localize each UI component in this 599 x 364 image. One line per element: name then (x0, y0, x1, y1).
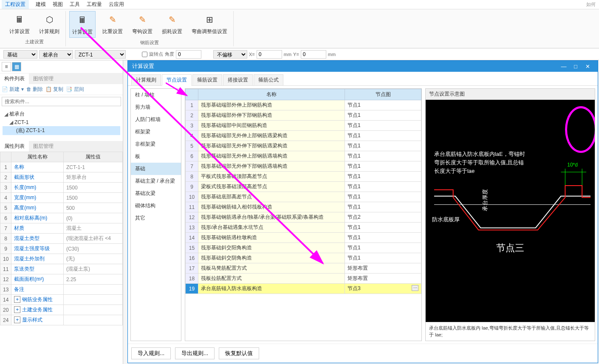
category-item[interactable]: 板 (131, 150, 181, 163)
property-row[interactable]: 2截面形状矩形承台 (0, 172, 123, 183)
grid-row[interactable]: 8平板式筏形基础顶部高差节点节点1 (186, 172, 421, 182)
grid-row[interactable]: 5筏形基础端部无外伸下部钢筋遇梁构造节点1 (186, 141, 421, 151)
loss-settings[interactable]: ✎ 损耗设置 (159, 11, 185, 38)
tab-splice-settings[interactable]: 搭接设置 (223, 74, 253, 85)
category-item[interactable]: 基础 (131, 163, 181, 175)
weight-settings[interactable]: ✎ 比重设置 (100, 11, 125, 38)
maximize-icon[interactable]: □ (570, 63, 582, 70)
grid-row[interactable]: 17筏板马凳筋配置方式矩形布置 (186, 263, 421, 274)
menu-cloud[interactable]: 云应用 (109, 1, 124, 8)
grid-row[interactable]: 3筏形基础端部中间层钢筋构造节点1 (186, 121, 421, 131)
grid-row[interactable]: 16筏形基础斜交阴角构造节点1 (186, 253, 421, 263)
tab-drawing-mgmt[interactable]: 图纸管理 (29, 73, 58, 84)
tab-component-list[interactable]: 构件列表 (0, 73, 29, 84)
rotate-checkbox[interactable] (142, 50, 147, 59)
property-row[interactable]: 4宽度(mm)1500 (0, 193, 123, 203)
btn-inter[interactable]: 📑 层间 (66, 86, 84, 93)
property-row[interactable]: 10混凝土外加剂(无) (0, 254, 123, 264)
grid-row[interactable]: 11筏形基础钢筋锚入相邻筏板构造节点1 (186, 202, 421, 212)
category-item[interactable]: 基础次梁 (131, 187, 181, 200)
property-row[interactable]: 11泵送类型(混凝土泵) (0, 264, 123, 274)
grid-row[interactable]: 4筏形基础端部无外伸上部钢筋遇梁构造节点1 (186, 131, 421, 141)
grid-row[interactable]: 6筏形基础端部无外伸上部钢筋遇墙构造节点1 (186, 151, 421, 161)
tree-row-selected[interactable]: (底) ZCT-1-1 (3, 126, 120, 135)
subtype-select[interactable]: 桩承台 (39, 50, 73, 59)
category-item[interactable]: 其它 (131, 212, 181, 224)
reset-defaults-button[interactable]: 恢复默认值 (219, 347, 259, 359)
category-item[interactable]: 剪力墙 (131, 101, 181, 113)
grid-row[interactable]: 13筏形/承台基础遇集水坑节点节点1 (186, 223, 421, 233)
grid-row[interactable]: 7筏形基础端部无外伸下部钢筋遇墙构造节点1 (186, 161, 421, 172)
tab-props[interactable]: 属性列表 (0, 141, 29, 152)
property-row[interactable]: 8混凝土类型(现浇混凝土碎石 <4 (0, 234, 123, 244)
tab-layers[interactable]: 图层管理 (29, 141, 58, 152)
category-item[interactable]: 基础主梁 / 承台梁 (131, 175, 181, 187)
property-row[interactable]: 12截面面积(m²)2.25 (0, 274, 123, 285)
menu-tools[interactable]: 工具 (70, 1, 80, 8)
menu-view[interactable]: 视图 (53, 1, 63, 8)
angle-input[interactable] (176, 50, 201, 59)
grid-row[interactable]: 12筏形基础钢筋遇承台/独基/承台梁/基础联系梁/条基构造节点2 (186, 212, 421, 223)
weight-icon: ✎ (106, 13, 119, 26)
hook-settings[interactable]: ✎ 弯钩设置 (130, 11, 155, 38)
category-item[interactable]: 非框架梁 (131, 138, 181, 150)
property-row[interactable]: 3长度(mm)1500 (0, 183, 123, 193)
rebar-calc-settings[interactable]: 🖩 计算设置 (69, 11, 96, 38)
cell-edit-button[interactable]: ⋯ (412, 285, 418, 291)
property-row[interactable]: 6相对底标高(m)(0) (0, 213, 123, 223)
tab-stirrup-settings[interactable]: 箍筋设置 (192, 74, 222, 85)
property-row[interactable]: 1名称ZCT-1-1 (0, 162, 123, 172)
bend-settings[interactable]: ⊞ 弯曲调整值设置 (189, 11, 230, 38)
close-icon[interactable]: ✕ (582, 63, 593, 70)
property-row[interactable]: 20+土建业务属性 (0, 305, 123, 315)
tree-row[interactable]: ◢ZCT-1 (3, 119, 120, 126)
property-row[interactable]: 9混凝土强度等级(C30) (0, 244, 123, 254)
btn-copy[interactable]: 📋 复制 (45, 86, 63, 93)
btn-new[interactable]: 📄 新建 ▾ (2, 86, 24, 93)
import-rules-button[interactable]: 导入规则... (131, 347, 171, 359)
preview-diagram: 承台底筋锚入防水底板内laE，弯锚时 弯折长度大于等于取所输入值,且总锚 长度大… (426, 100, 595, 322)
type-select[interactable]: 基础 (3, 50, 37, 59)
bend-icon: ⊞ (203, 13, 216, 26)
menu-modeling[interactable]: 建模 (36, 1, 46, 8)
grid-row[interactable]: 9梁板式筏形基础顶部高差节点节点1 (186, 182, 421, 192)
tab-calc-rules[interactable]: 计算规则 (131, 74, 161, 85)
category-item[interactable]: 框架梁 (131, 126, 181, 138)
category-item[interactable]: 柱 / 墙柱 (131, 89, 181, 101)
category-item[interactable]: 砌体结构 (131, 200, 181, 212)
property-row[interactable]: 14+钢筋业务属性 (0, 295, 123, 305)
menu-project-settings[interactable]: 工程设置 (2, 0, 29, 9)
civil-calc-settings[interactable]: 🖩 计算设置 (7, 11, 32, 37)
tab-node-settings[interactable]: 节点设置 (162, 74, 192, 86)
grid-row[interactable]: 19承台底筋锚入防水底板构造节点3⋯ (186, 284, 421, 294)
grid-row[interactable]: 2筏形基础端部外伸下部钢筋构造节点1 (186, 110, 421, 121)
menu-quantity[interactable]: 工程量 (87, 1, 102, 8)
y-input[interactable] (301, 50, 326, 59)
view-tool-2[interactable]: ▦ (12, 62, 21, 71)
search-input[interactable] (2, 97, 121, 106)
civil-calc-rules[interactable]: ⬡ 计算规则 (37, 11, 62, 37)
tab-stirrup-formula[interactable]: 箍筋公式 (254, 74, 283, 85)
category-item[interactable]: 人防门框墙 (131, 113, 181, 126)
btn-del[interactable]: 🗑 删除 (26, 86, 43, 93)
preview-panel: 节点设置示意图 承台底筋锚入防水底板内laE，弯锚时 弯折长度大于等于取所输入值… (425, 88, 595, 341)
property-row[interactable]: 24+显示样式 (0, 315, 123, 325)
property-row[interactable]: 5高度(mm)500 (0, 203, 123, 213)
tree-row[interactable]: ◢桩承台 (3, 110, 120, 119)
grid-row[interactable]: 14筏形基础钢筋遇柱墩构造节点1 (186, 233, 421, 243)
grid-row[interactable]: 15筏形基础斜交阳角构造节点1 (186, 243, 421, 253)
grid-row[interactable]: 1筏形基础端部外伸上部钢筋构造节点1 (186, 100, 421, 110)
grid-row[interactable]: 18筏板拉筋配置方式矩形布置 (186, 274, 421, 284)
property-row[interactable]: 7材质混凝土 (0, 223, 123, 234)
grid-row[interactable]: 10筏形基础底部高差节点节点1 (186, 192, 421, 202)
component-select[interactable]: ZCT-1 (75, 50, 126, 59)
minimize-icon[interactable]: — (558, 63, 570, 70)
export-rules-button[interactable]: 导出规则... (175, 347, 215, 359)
angle-label: 角度 (165, 51, 174, 57)
y-label: Y= (293, 52, 299, 57)
property-row[interactable]: 13备注 (0, 285, 123, 295)
view-tool-1[interactable]: ≡ (2, 62, 11, 71)
x-input[interactable] (257, 50, 282, 59)
dialog-titlebar[interactable]: 计算设置 — □ ✕ (128, 61, 598, 72)
offset-select[interactable]: 不偏移 (213, 50, 247, 59)
